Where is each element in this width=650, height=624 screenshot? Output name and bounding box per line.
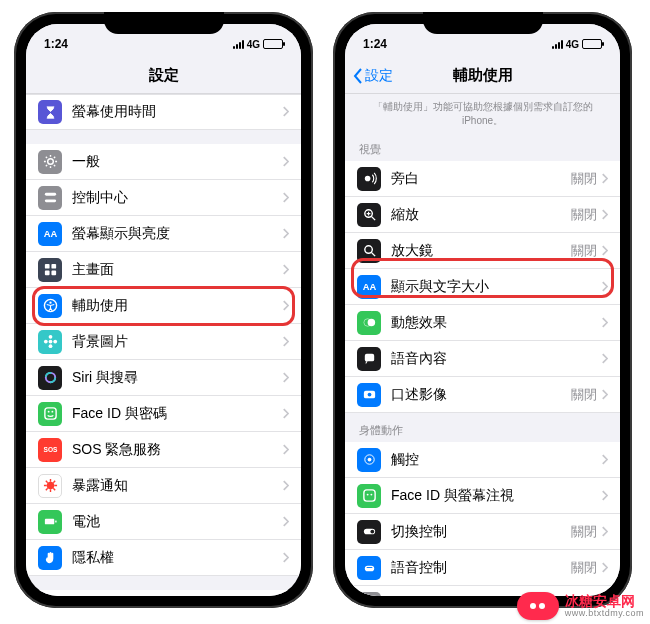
svg-rect-5 (51, 264, 56, 269)
settings-row-battery[interactable]: 電池 (26, 504, 301, 540)
switches-icon (38, 186, 62, 210)
appstore-icon (38, 596, 62, 597)
settings-row-motion[interactable]: 動態效果 (345, 305, 620, 341)
svg-point-12 (48, 344, 52, 348)
settings-row-appstore[interactable]: App Store (26, 590, 301, 596)
chevron-right-icon (282, 406, 289, 422)
watermark-url: www.btxtdmy.com (565, 608, 644, 618)
svg-point-9 (49, 302, 51, 304)
settings-row-speech[interactable]: 語音內容 (345, 341, 620, 377)
virus-icon (38, 474, 62, 498)
status-network: 4G (566, 39, 579, 50)
settings-row-grid[interactable]: 主畫面 (26, 252, 301, 288)
row-label: 隱私權 (72, 549, 282, 567)
svg-rect-1 (44, 193, 55, 196)
settings-row-zoom[interactable]: 縮放 關閉 (345, 197, 620, 233)
chevron-right-icon (601, 488, 608, 504)
chevron-right-icon (282, 514, 289, 530)
svg-rect-23 (55, 521, 56, 523)
settings-row-aa[interactable]: AA 顯示與文字大小 (345, 269, 620, 305)
chevron-right-icon (282, 154, 289, 170)
phone-settings: 1:24 4G 設定 螢幕使用時間 一般 控制中心 AA 螢幕顯示與亮度 主 (14, 12, 313, 608)
settings-row-audiodesc[interactable]: 口述影像 關閉 (345, 377, 620, 413)
settings-row-switches[interactable]: 控制中心 (26, 180, 301, 216)
svg-point-29 (364, 246, 372, 254)
row-label: 旁白 (391, 170, 571, 188)
page-title: 設定 (149, 66, 179, 85)
row-label: 語音控制 (391, 559, 571, 577)
svg-point-35 (367, 393, 371, 397)
row-label: Face ID 與密碼 (72, 405, 282, 423)
sidebtn-icon (357, 592, 381, 597)
navbar: 設定 (26, 58, 301, 94)
settings-row-switch[interactable]: 切換控制 關閉 (345, 514, 620, 550)
signal-icon (233, 40, 244, 49)
svg-point-19 (51, 411, 53, 413)
chevron-right-icon (282, 550, 289, 566)
chevron-right-icon (282, 442, 289, 458)
settings-row-siri[interactable]: Siri 與搜尋 (26, 360, 301, 396)
audiodesc-icon (357, 383, 381, 407)
chevron-right-icon (282, 478, 289, 494)
svg-point-0 (47, 159, 53, 165)
settings-row-accessibility[interactable]: 輔助使用 (26, 288, 301, 324)
svg-text:AA: AA (362, 282, 376, 292)
accessibility-icon (38, 294, 62, 318)
settings-row-sos[interactable]: SOS SOS 緊急服務 (26, 432, 301, 468)
settings-row-gear[interactable]: 一般 (26, 144, 301, 180)
chevron-right-icon (601, 524, 608, 540)
settings-row-voiceover[interactable]: 旁白 關閉 (345, 161, 620, 197)
svg-rect-4 (44, 264, 49, 269)
row-label: 口述影像 (391, 386, 571, 404)
row-label: 背景圖片 (72, 333, 282, 351)
settings-row-virus[interactable]: 暴露通知 (26, 468, 301, 504)
settings-row-touch[interactable]: 觸控 (345, 442, 620, 478)
row-label: 主畫面 (72, 261, 282, 279)
row-label: 切換控制 (391, 523, 571, 541)
settings-row-magnifier[interactable]: 放大鏡 關閉 (345, 233, 620, 269)
chevron-right-icon (282, 262, 289, 278)
row-label: 電池 (72, 513, 282, 531)
siri-icon (38, 366, 62, 390)
motion-icon (357, 311, 381, 335)
chevron-right-icon (282, 226, 289, 242)
svg-rect-17 (44, 408, 55, 419)
settings-row-hand[interactable]: 隱私權 (26, 540, 301, 576)
settings-row-aa[interactable]: AA 螢幕顯示與亮度 (26, 216, 301, 252)
chevron-right-icon (601, 315, 608, 331)
row-value: 關閉 (571, 523, 597, 541)
svg-point-18 (47, 411, 49, 413)
settings-row-voicectl[interactable]: 語音控制 關閉 (345, 550, 620, 586)
hourglass-icon (38, 100, 62, 124)
row-value: 關閉 (571, 242, 597, 260)
settings-row-hourglass[interactable]: 螢幕使用時間 (26, 94, 301, 130)
section-header-vision: 視覺 (345, 132, 620, 161)
chevron-right-icon (601, 387, 608, 403)
chevron-right-icon (282, 370, 289, 386)
section-header-physical: 身體動作 (345, 413, 620, 442)
settings-row-flower[interactable]: 背景圖片 (26, 324, 301, 360)
flower-icon (38, 330, 62, 354)
watermark-icon (517, 592, 559, 620)
settings-row-faceatt[interactable]: Face ID 與螢幕注視 (345, 478, 620, 514)
back-button[interactable]: 設定 (353, 58, 393, 93)
row-label: 控制中心 (72, 189, 282, 207)
svg-point-13 (43, 340, 47, 344)
row-value: 關閉 (571, 206, 597, 224)
navbar: 設定 輔助使用 (345, 58, 620, 94)
svg-point-42 (370, 530, 374, 534)
hand-icon (38, 546, 62, 570)
row-label: SOS 緊急服務 (72, 441, 282, 459)
row-label: 觸控 (391, 451, 601, 469)
gear-icon (38, 150, 62, 174)
row-label: Siri 與搜尋 (72, 369, 282, 387)
chevron-right-icon (282, 104, 289, 120)
row-label: 螢幕使用時間 (72, 103, 282, 121)
notch (104, 12, 224, 34)
notch (423, 12, 543, 34)
svg-rect-22 (44, 519, 53, 525)
battery-icon (263, 39, 283, 49)
chevron-right-icon (601, 243, 608, 259)
settings-row-faceid[interactable]: Face ID 與密碼 (26, 396, 301, 432)
svg-point-27 (364, 176, 370, 182)
